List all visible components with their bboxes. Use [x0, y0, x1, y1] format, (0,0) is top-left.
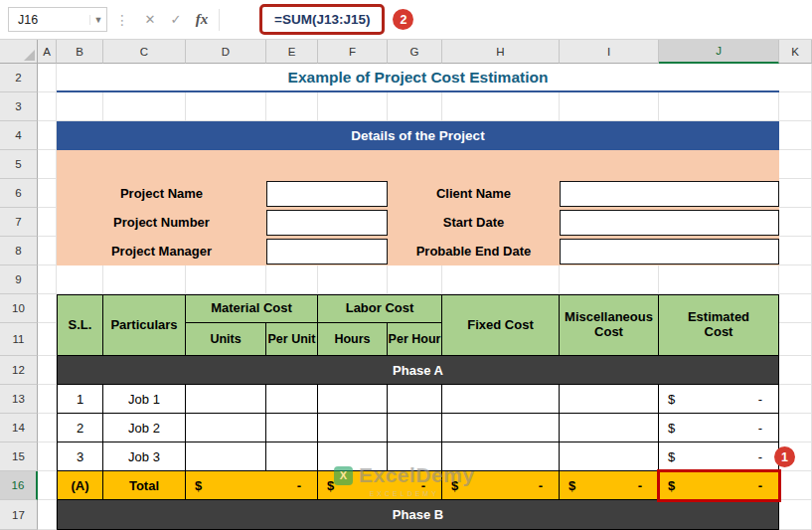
- column-header-k[interactable]: K: [779, 40, 812, 64]
- cell-total-estimated-j16[interactable]: $ -: [659, 471, 779, 500]
- cell-empty[interactable]: [57, 92, 103, 121]
- cell-empty[interactable]: [442, 265, 560, 294]
- cell-estimated-cost-row3[interactable]: $ -: [659, 442, 779, 471]
- cancel-button[interactable]: ✕: [137, 7, 163, 33]
- formula-input[interactable]: =SUM(J13:J15): [274, 12, 370, 27]
- cell-project-name-label[interactable]: Project Name: [57, 179, 266, 208]
- header-material-cost[interactable]: Material Cost: [186, 294, 318, 323]
- cell-empty[interactable]: [779, 121, 812, 150]
- start-date-input[interactable]: [560, 210, 779, 236]
- cell-empty-table[interactable]: [388, 414, 442, 442]
- cell-empty-table[interactable]: [186, 414, 266, 442]
- header-hours[interactable]: Hours: [318, 323, 388, 356]
- cell-total-label[interactable]: Total: [103, 471, 186, 500]
- cell-empty[interactable]: [779, 323, 812, 356]
- cell-total-fixed[interactable]: $ -: [442, 471, 560, 500]
- cell-empty[interactable]: [57, 265, 103, 294]
- cell-empty[interactable]: [38, 500, 57, 530]
- cell-empty[interactable]: [779, 208, 812, 237]
- project-name-input[interactable]: [266, 181, 388, 207]
- column-header-i[interactable]: I: [560, 40, 659, 64]
- cell-total-sl[interactable]: (A): [57, 471, 103, 500]
- cell-empty[interactable]: [560, 265, 659, 294]
- column-header-h[interactable]: H: [442, 40, 560, 64]
- cell-empty[interactable]: [318, 92, 388, 121]
- column-header-d[interactable]: D: [186, 40, 266, 64]
- cell-sl-1[interactable]: 1: [57, 385, 103, 414]
- row-header-10[interactable]: 10: [0, 294, 38, 323]
- cell-empty[interactable]: [266, 92, 318, 121]
- cell-client-name-label[interactable]: Client Name: [388, 179, 560, 208]
- page-title[interactable]: Example of Project Cost Estimation: [57, 64, 779, 92]
- header-miscellaneous-cost[interactable]: Miscellaneous Cost: [560, 294, 659, 356]
- cell-empty[interactable]: [38, 294, 57, 323]
- cell-empty[interactable]: [779, 442, 812, 471]
- cell-empty[interactable]: [38, 179, 57, 208]
- cell-empty[interactable]: [659, 265, 779, 294]
- cell-empty[interactable]: [38, 414, 57, 442]
- cell-empty[interactable]: [38, 237, 57, 265]
- cell-total-miscellaneous[interactable]: $ -: [560, 471, 659, 500]
- cell-empty-table[interactable]: [388, 385, 442, 414]
- cell-sl-2[interactable]: 2: [57, 414, 103, 442]
- cell-empty[interactable]: [779, 356, 812, 385]
- header-per-hour[interactable]: Per Hour: [388, 323, 442, 356]
- column-header-c[interactable]: C: [103, 40, 186, 64]
- row-header-14[interactable]: 14: [0, 414, 38, 442]
- enter-button[interactable]: ✓: [163, 7, 189, 33]
- cell-empty-table[interactable]: [560, 442, 659, 471]
- cell-project-number-label[interactable]: Project Number: [57, 208, 266, 237]
- cell-job-3[interactable]: Job 3: [103, 442, 186, 471]
- cell-empty[interactable]: [38, 208, 57, 237]
- cell-total-labor[interactable]: $ -: [318, 471, 442, 500]
- cell-empty-table[interactable]: [186, 385, 266, 414]
- column-header-e[interactable]: E: [266, 40, 318, 64]
- phase-a-banner[interactable]: Phase A: [57, 356, 779, 385]
- cell-empty[interactable]: [779, 385, 812, 414]
- details-banner[interactable]: Details of the Project: [57, 121, 779, 150]
- cell-project-manager-label[interactable]: Project Manager: [57, 237, 266, 265]
- cell-empty[interactable]: [779, 92, 812, 121]
- row-header-6[interactable]: 6: [0, 179, 38, 208]
- cell-empty[interactable]: [779, 471, 812, 500]
- cell-empty[interactable]: [103, 92, 186, 121]
- cell-empty[interactable]: [779, 294, 812, 323]
- cell-empty[interactable]: [560, 92, 659, 121]
- row-header-7[interactable]: 7: [0, 208, 38, 237]
- header-units[interactable]: Units: [186, 323, 266, 356]
- row-header-15[interactable]: 15: [0, 442, 38, 471]
- cell-empty-table[interactable]: [442, 414, 560, 442]
- cell-empty[interactable]: [38, 471, 57, 500]
- cell-empty[interactable]: [779, 64, 812, 92]
- row-header-16-selected[interactable]: 16: [0, 471, 38, 500]
- client-name-input[interactable]: [560, 181, 779, 207]
- cell-total-material[interactable]: $ -: [186, 471, 318, 500]
- column-header-b[interactable]: B: [57, 40, 103, 64]
- cell-empty-table[interactable]: [318, 442, 388, 471]
- header-labor-cost[interactable]: Labor Cost: [318, 294, 442, 323]
- cell-empty-table[interactable]: [186, 442, 266, 471]
- cell-empty[interactable]: [103, 265, 186, 294]
- cell-probable-end-date-label[interactable]: Probable End Date: [388, 237, 560, 265]
- cell-estimated-cost-row2[interactable]: $ -: [659, 414, 779, 442]
- cell-empty[interactable]: [318, 265, 388, 294]
- header-particulars[interactable]: Particulars: [103, 294, 186, 356]
- header-per-unit[interactable]: Per Unit: [266, 323, 318, 356]
- cell-empty[interactable]: [659, 92, 779, 121]
- cell-empty[interactable]: [38, 121, 57, 150]
- row-header-12[interactable]: 12: [0, 356, 38, 385]
- column-header-a[interactable]: A: [38, 40, 57, 64]
- cell-empty[interactable]: [779, 265, 812, 294]
- cell-empty[interactable]: [388, 265, 442, 294]
- cell-empty-table[interactable]: [442, 442, 560, 471]
- header-fixed-cost[interactable]: Fixed Cost: [442, 294, 560, 356]
- cell-empty[interactable]: [38, 64, 57, 92]
- cell-empty[interactable]: [38, 442, 57, 471]
- cell-empty[interactable]: [779, 237, 812, 265]
- cell-empty-table[interactable]: [560, 414, 659, 442]
- row-header-9[interactable]: 9: [0, 265, 38, 294]
- cell-job-1[interactable]: Job 1: [103, 385, 186, 414]
- cell-empty[interactable]: [38, 92, 57, 121]
- cell-empty-table[interactable]: [266, 442, 318, 471]
- cell-empty-table[interactable]: [266, 385, 318, 414]
